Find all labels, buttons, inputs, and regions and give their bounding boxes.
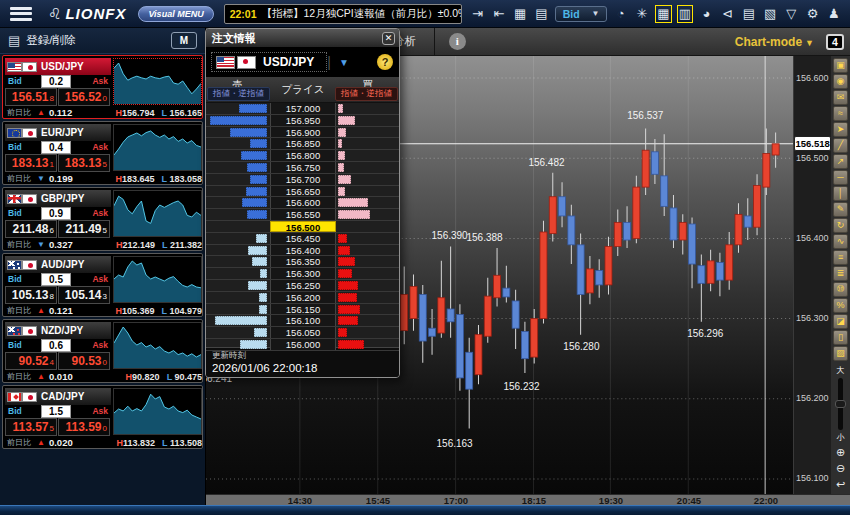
ladder-row[interactable]: 156.000: [206, 339, 399, 351]
ladder-row[interactable]: 156.750: [206, 162, 399, 174]
pie-chart-icon[interactable]: ◕: [698, 6, 714, 22]
ladder-row[interactable]: 156.450: [206, 233, 399, 245]
trendline-icon[interactable]: ╱: [833, 138, 848, 153]
fib-lines-icon[interactable]: ≣: [833, 266, 848, 281]
menu-icon[interactable]: [10, 7, 32, 21]
sell-orders-bar[interactable]: [259, 293, 267, 302]
undo-icon[interactable]: ↩: [833, 478, 848, 493]
sell-orders-bar[interactable]: [240, 340, 267, 349]
ask-price[interactable]: 90.530: [58, 352, 110, 370]
buy-orders-bar[interactable]: [338, 340, 364, 349]
pair-dropdown-icon[interactable]: ▼: [339, 57, 349, 68]
buy-orders-bar[interactable]: [338, 328, 347, 337]
ladder-row[interactable]: 156.600: [206, 197, 399, 209]
ladder-row[interactable]: 156.150: [206, 304, 399, 316]
import-icon[interactable]: ⇤: [491, 6, 507, 22]
buy-orders-bar[interactable]: [338, 316, 358, 325]
sell-orders-bar[interactable]: [246, 187, 267, 196]
filter-icon[interactable]: ▽: [783, 6, 799, 22]
order-panel-titlebar[interactable]: 注文情報 ✕: [206, 29, 399, 47]
pair-tile-gbpjpy[interactable]: GBP/JPYBidAsk0.9211.486211.495前日比▼0.327H…: [2, 187, 203, 251]
chart-report-icon[interactable]: ▧: [762, 6, 778, 22]
sell-orders-bar[interactable]: [247, 210, 267, 219]
ladder-row[interactable]: 156.800: [206, 150, 399, 162]
ladder-row-current[interactable]: 156.500: [206, 221, 399, 233]
window-count-button[interactable]: 4: [826, 34, 844, 50]
sell-orders-bar[interactable]: [260, 269, 267, 278]
pair-tile-usdjpy[interactable]: USD/JPYBidAsk0.2156.518156.520前日比▲0.112H…: [2, 55, 203, 119]
bid-price[interactable]: 211.486: [5, 220, 57, 238]
buy-orders-bar[interactable]: [338, 198, 368, 207]
ladder-row[interactable]: 156.250: [206, 280, 399, 292]
bid-price[interactable]: 113.575: [5, 418, 57, 436]
buy-orders-bar[interactable]: [338, 187, 345, 196]
sell-orders-bar[interactable]: [248, 246, 267, 255]
sell-orders-bar[interactable]: [256, 234, 267, 243]
bid-price[interactable]: 105.138: [5, 286, 57, 304]
ladder-row[interactable]: 156.050: [206, 327, 399, 339]
buy-orders-bar[interactable]: [338, 139, 342, 148]
vertical-line-icon[interactable]: │: [833, 186, 848, 201]
buy-orders-bar[interactable]: [338, 281, 358, 290]
ask-price[interactable]: 183.135: [58, 154, 110, 172]
ladder-row[interactable]: 157.000: [206, 103, 399, 115]
zoom-in-icon[interactable]: ⊕: [833, 446, 848, 461]
ladder-row[interactable]: 156.950: [206, 115, 399, 127]
sell-orders-bar[interactable]: [230, 128, 267, 137]
buy-orders-bar[interactable]: [338, 246, 350, 255]
alarm-icon[interactable]: ◉: [833, 74, 848, 89]
ladder-row[interactable]: 156.850: [206, 138, 399, 150]
pattern-icon[interactable]: ▨: [833, 346, 848, 361]
buy-orders-bar[interactable]: [338, 163, 344, 172]
ladder-row[interactable]: 156.650: [206, 186, 399, 198]
pair-tile-audjpy[interactable]: AUD/JPYBidAsk0.5105.138105.143前日比▲0.121H…: [2, 253, 203, 317]
buy-orders-bar[interactable]: [338, 305, 360, 314]
bid-price[interactable]: 183.131: [5, 154, 57, 172]
sell-orders-bar[interactable]: [259, 305, 267, 314]
freehand-draw-icon[interactable]: ✎: [833, 202, 848, 217]
bid-ask-dropdown[interactable]: Bid▼: [555, 6, 608, 22]
pair-tile-nzdjpy[interactable]: NZD/JPYBidAsk0.690.52490.530前日比▲0.010H90…: [2, 319, 203, 383]
segment-icon[interactable]: ↗: [833, 154, 848, 169]
close-icon[interactable]: ✕: [382, 32, 395, 45]
buy-orders-bar[interactable]: [338, 104, 343, 113]
zigzag-icon[interactable]: ∿: [833, 234, 848, 249]
trash-icon[interactable]: ▯: [833, 330, 848, 345]
pulse-icon[interactable]: ≈: [833, 106, 848, 121]
horizontal-line-icon[interactable]: ─: [833, 170, 848, 185]
cursor-icon[interactable]: ➤: [833, 122, 848, 137]
news-ticker[interactable]: 22:01 【指標】12月独CPI速報値（前月比）±0.0%、予想 +0.3%ほ…: [224, 4, 462, 24]
ratio-icon[interactable]: %: [833, 298, 848, 313]
levels-icon[interactable]: ≡: [833, 250, 848, 265]
pair-tile-eurjpy[interactable]: EUR/JPYBidAsk0.4183.131183.135前日比▼0.199H…: [2, 121, 203, 185]
sell-orders-bar[interactable]: [215, 316, 267, 325]
ladder-row[interactable]: 156.700: [206, 174, 399, 186]
mode-m-button[interactable]: M: [171, 32, 197, 49]
ask-price[interactable]: 156.520: [58, 88, 110, 106]
refresh-icon[interactable]: ↻: [833, 218, 848, 233]
sell-orders-bar[interactable]: [252, 257, 267, 266]
bid-price[interactable]: 90.524: [5, 352, 57, 370]
buy-orders-bar[interactable]: [338, 257, 355, 266]
ladder-row[interactable]: 156.300: [206, 268, 399, 280]
slider-knob[interactable]: [835, 400, 846, 408]
info-icon[interactable]: i: [449, 33, 466, 50]
buy-orders-bar[interactable]: [338, 210, 370, 219]
bid-price[interactable]: 156.518: [5, 88, 57, 106]
buy-orders-bar[interactable]: [338, 234, 347, 243]
buy-orders-bar[interactable]: [338, 293, 357, 302]
sell-orders-bar[interactable]: [242, 198, 267, 207]
sell-orders-bar[interactable]: [250, 175, 267, 184]
ask-price[interactable]: 113.590: [58, 418, 110, 436]
sell-orders-bar[interactable]: [254, 328, 267, 337]
buy-orders-bar[interactable]: [338, 128, 346, 137]
sell-orders-bar[interactable]: [247, 163, 267, 172]
pair-selector[interactable]: USD/JPY: [211, 52, 327, 72]
ladder-row[interactable]: 156.900: [206, 127, 399, 139]
pair-tile-cadjpy[interactable]: CAD/JPYBidAsk1.5113.575113.590前日比▲0.020H…: [2, 385, 203, 449]
buy-orders-bar[interactable]: [338, 269, 352, 278]
sell-orders-bar[interactable]: [210, 116, 267, 125]
ladder-row[interactable]: 156.400: [206, 245, 399, 257]
print-icon[interactable]: ▤: [533, 6, 549, 22]
megaphone-icon[interactable]: ⊲: [720, 6, 736, 22]
